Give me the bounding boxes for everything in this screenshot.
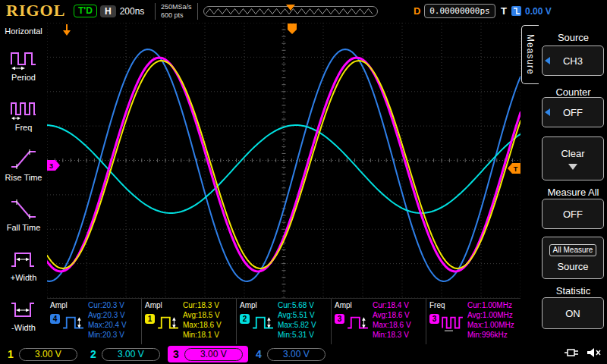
channel-block[interactable]: 3 3.00 V — [168, 346, 248, 362]
measurement-avg: Avg:1.00MHz — [467, 311, 513, 319]
measurement-name: Ampl — [145, 301, 162, 309]
all-measure-source-button[interactable]: All Measure Source — [542, 237, 604, 279]
channel-badge: 4 — [50, 314, 60, 324]
channel-badge: 2 — [240, 314, 250, 324]
memory-depth: 600 pts — [161, 11, 192, 20]
channel-status-bar: 1 3.00 V 2 3.00 V 3 3.00 V 4 3.00 V — [0, 344, 607, 364]
statistic-value: ON — [565, 308, 580, 319]
measurement-max: Max:1.00MHz — [467, 321, 514, 329]
period-icon — [9, 48, 38, 71]
trigger-position-marker — [288, 24, 297, 34]
speaker-muted-icon[interactable] — [587, 347, 602, 358]
softkey-arrow-icon — [545, 108, 550, 116]
menu-item-label: Freq — [15, 123, 33, 132]
measure-tab: Measure — [521, 25, 539, 84]
clear-value: Clear — [561, 148, 584, 159]
channel-number: 3 — [173, 348, 179, 360]
measurement-panel: Ampl 4 Cur:20.3 V Avg:20.3 V Max:20.4 V … — [47, 299, 142, 344]
measurement-max: Max:18.6 V — [373, 321, 411, 329]
channel-badge: 3 — [335, 314, 344, 324]
measurement-cur: Cur:5.68 V — [278, 301, 314, 309]
left-menu-title: Horizontal — [0, 23, 47, 39]
freq-icon — [9, 98, 38, 121]
measurement-min: Min:5.31 V — [278, 331, 314, 339]
menu-item-plus-width[interactable]: +Width — [0, 240, 47, 290]
measurement-panel: Freq 3 Cur:1.00MHz Avg:1.00MHz Max:1.00M… — [426, 299, 521, 344]
usb-icon — [565, 347, 579, 358]
channel-block[interactable]: 2 3.00 V — [85, 346, 165, 362]
channel-number: 2 — [90, 348, 96, 360]
trigger-level-value: 0.00 V — [525, 6, 552, 17]
counter-value: OFF — [563, 107, 583, 118]
menu-item-freq[interactable]: Freq — [0, 89, 47, 140]
sample-rate: 250MSa/s — [161, 3, 192, 11]
menu-item-fall-time[interactable]: Fall Time — [0, 190, 47, 240]
status-icons — [565, 347, 602, 358]
measurement-panel: Ampl 2 Cur:5.68 V Avg:5.51 V Max:5.82 V … — [237, 299, 332, 344]
channel-block[interactable]: 4 3.00 V — [250, 346, 331, 362]
counter-label: Counter — [539, 86, 607, 98]
acquisition-info: 250MSa/s 600 pts — [155, 3, 198, 20]
delay-value: 0.00000000ps — [424, 4, 495, 18]
measurement-cur: Cur:20.3 V — [88, 301, 124, 309]
trigger-edge-icon — [511, 6, 521, 16]
measurement-name: Ampl — [240, 301, 257, 309]
menu-item-label: Period — [11, 73, 36, 82]
rise-time-icon — [9, 148, 38, 171]
menu-item-rise-time[interactable]: Rise Time — [0, 140, 47, 190]
statistic-label: Statistic — [539, 285, 607, 297]
source-label: Source — [539, 32, 607, 43]
timebase-display: H 200ns — [100, 4, 144, 18]
trigger-status-badge: T'D — [74, 5, 97, 17]
horizontal-position-bar[interactable] — [203, 6, 378, 17]
counter-button[interactable]: OFF — [542, 97, 604, 127]
measurement-max: Max:5.82 V — [278, 321, 316, 329]
horizontal-label: H — [100, 5, 116, 17]
measure-all-label: Measure All — [539, 187, 607, 198]
measurement-max: Max:18.6 V — [183, 321, 222, 329]
menu-item-label: -Width — [11, 323, 36, 332]
measurement-name: Ampl — [50, 301, 68, 309]
channel-scale: 3.00 V — [19, 348, 77, 361]
measurement-max: Max:20.4 V — [88, 321, 127, 329]
channel-badge: 1 — [145, 314, 155, 324]
channel-badge: 3 — [429, 314, 439, 324]
measurement-panel: Ampl 1 Cur:18.3 V Avg:18.5 V Max:18.6 V … — [142, 299, 237, 344]
plus-width-icon — [9, 248, 38, 271]
source-button[interactable]: CH3 — [542, 46, 604, 76]
measurement-min: Min:20.3 V — [88, 331, 124, 339]
measurement-avg: Avg:18.6 V — [373, 311, 410, 319]
oscilloscope-screen: RIGOL T'D H 200ns 250MSa/s 600 pts D 0.0… — [0, 0, 607, 364]
trigger-position-indicator-icon — [286, 5, 295, 11]
delay-label: D — [414, 5, 420, 17]
horizontal-measure-menu: Horizontal Period Freq Ri — [0, 23, 47, 345]
channel-number: 1 — [8, 348, 14, 360]
measurement-avg: Avg:20.3 V — [88, 311, 125, 319]
measurement-min: Min:18.1 V — [183, 331, 219, 339]
amplitude-icon — [346, 314, 370, 332]
softkey-arrow-icon — [545, 57, 550, 64]
measure-menu: Source CH3 Counter OFF Clear Measure All… — [539, 23, 607, 345]
measurement-min: Min:996kHz — [467, 331, 508, 339]
statistic-button[interactable]: ON — [542, 297, 604, 329]
menu-item-period[interactable]: Period — [0, 39, 47, 89]
measurement-panel: Ampl 3 Cur:18.4 V Avg:18.6 V Max:18.6 V … — [332, 299, 426, 344]
amplitude-icon — [61, 314, 86, 332]
clear-button[interactable]: Clear — [542, 136, 604, 180]
waveform-display: 3T — [47, 23, 521, 298]
channel-scale: 3.00 V — [184, 348, 243, 361]
measurement-avg: Avg:5.51 V — [278, 311, 315, 319]
svg-text:3: 3 — [49, 162, 53, 170]
amplitude-icon — [156, 314, 181, 332]
menu-item-label: +Width — [11, 273, 37, 282]
rigol-logo: RIGOL — [6, 1, 65, 20]
menu-item-minus-width[interactable]: -Width — [0, 290, 47, 340]
svg-text:T: T — [514, 165, 518, 173]
channel-scale: 3.00 V — [102, 348, 160, 361]
channel-block[interactable]: 1 3.00 V — [2, 346, 83, 362]
channel-scale: 3.00 V — [267, 348, 326, 361]
timebase-value: 200ns — [120, 6, 145, 17]
trigger-label: T — [501, 5, 507, 17]
measurement-cur: Cur:1.00MHz — [467, 301, 512, 309]
measure-all-button[interactable]: OFF — [542, 199, 604, 229]
